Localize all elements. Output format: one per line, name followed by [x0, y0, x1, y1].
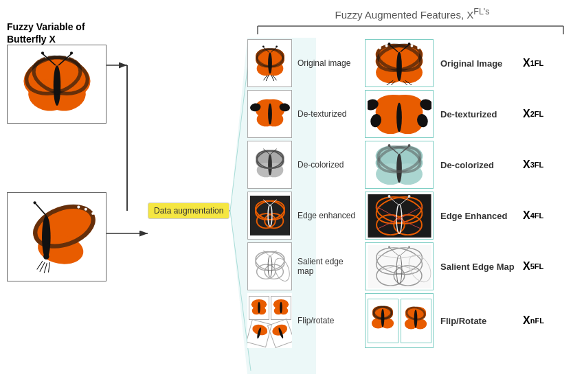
svg-point-117	[410, 44, 413, 47]
svg-point-64	[268, 104, 272, 125]
svg-point-169	[408, 246, 410, 248]
label-decolorized: De-colorized	[297, 141, 359, 189]
butterfly-side-svg	[12, 198, 102, 277]
small-thumb-original	[247, 39, 292, 87]
svg-line-41	[44, 263, 47, 273]
svg-point-112	[373, 49, 376, 52]
large-thumb-flip	[365, 293, 434, 348]
features-area: Original image De-texturized De-colorize…	[247, 36, 557, 348]
svg-point-49	[268, 53, 272, 74]
large-thumb-decolorized	[365, 141, 434, 189]
svg-point-54	[262, 45, 264, 47]
svg-point-100	[280, 302, 282, 314]
svg-line-43	[35, 203, 46, 216]
svg-point-144	[388, 143, 390, 146]
svg-point-71	[268, 154, 272, 176]
svg-point-35	[91, 211, 94, 214]
small-thumb-decolorized	[247, 141, 292, 189]
large-flip-mini-2	[401, 299, 431, 343]
top-title-sup: FL's	[473, 7, 489, 16]
label-edge-enhanced: Edge enhanced	[297, 192, 359, 240]
large-thumb-detexturized	[365, 90, 434, 138]
data-aug-box: Data augmentation	[148, 203, 229, 219]
right-labels-col: Original Image De-texturized De-colorize…	[440, 36, 516, 348]
x-notation-n: XnFL	[523, 293, 557, 348]
svg-point-121	[407, 42, 410, 45]
right-label-decolorized: De-colorized	[440, 141, 516, 189]
butterfly-main-box	[7, 45, 106, 124]
svg-point-25	[74, 57, 76, 60]
svg-point-96	[258, 302, 260, 314]
small-thumb-salient	[247, 242, 292, 290]
svg-point-44	[33, 201, 36, 204]
svg-point-63	[265, 112, 283, 126]
svg-point-19	[25, 65, 27, 67]
svg-point-29	[41, 51, 43, 54]
butterfly-side-box	[7, 192, 106, 281]
small-thumbs-col	[247, 36, 292, 348]
svg-point-114	[385, 44, 388, 47]
small-thumb-edge-enhanced	[247, 192, 292, 240]
svg-point-38	[43, 253, 49, 259]
svg-point-21	[37, 57, 40, 60]
svg-point-23	[86, 65, 89, 67]
labels-col: Original image De-texturized De-colorize…	[297, 36, 359, 348]
label-flip: Flip/rotate	[297, 293, 359, 348]
small-thumb-detexturized	[247, 90, 292, 138]
x-notation-5: X5FL	[523, 242, 557, 290]
svg-point-154	[388, 194, 390, 197]
svg-point-116	[417, 46, 420, 49]
large-flip-mini-1	[368, 299, 398, 343]
x-notation-2: X2FL	[523, 90, 557, 138]
svg-point-36	[84, 207, 87, 210]
svg-point-20	[30, 60, 33, 62]
svg-point-113	[378, 46, 381, 49]
small-thumb-flip	[247, 293, 292, 348]
svg-point-16	[53, 65, 60, 106]
svg-point-37	[77, 205, 80, 208]
svg-point-145	[407, 143, 410, 146]
svg-point-155	[407, 194, 410, 197]
butterfly-main-svg	[12, 48, 102, 120]
x-notation-3: X3FL	[523, 141, 557, 189]
right-label-salient: Salient Edge Map	[440, 242, 516, 290]
svg-point-130	[396, 102, 402, 132]
large-thumb-salient	[365, 242, 434, 290]
x-notations-col: X1FL X2FL X3FL X4FL X5FL XnFL	[523, 36, 557, 348]
svg-point-115	[422, 49, 425, 52]
label-salient: Salient edge map	[297, 242, 359, 290]
right-label-edge-enhanced: Edge Enhanced	[440, 192, 516, 240]
main-container: { "title": "Fuzzy Augmented Features dia…	[0, 0, 584, 392]
large-thumbs-col	[365, 36, 434, 348]
top-title-text: Fuzzy Augmented Features, X	[335, 9, 473, 21]
svg-point-30	[69, 51, 72, 54]
left-title: Fuzzy Variable of Butterfly X	[7, 21, 103, 45]
label-original: Original image	[297, 39, 359, 87]
large-thumb-original	[365, 39, 434, 87]
x-notation-4: X4FL	[523, 192, 557, 240]
right-label-detexturized: De-texturized	[440, 90, 516, 138]
large-thumb-edge-enhanced	[365, 192, 434, 240]
right-label-flip: Flip/Rotate	[440, 293, 516, 348]
svg-point-120	[388, 42, 390, 45]
svg-line-42	[48, 262, 49, 273]
label-detexturized: De-texturized	[297, 90, 359, 138]
svg-point-24	[80, 60, 83, 62]
svg-point-55	[276, 45, 278, 47]
top-title: Fuzzy Augmented Features, XFL's	[254, 7, 570, 21]
svg-point-168	[388, 246, 390, 248]
svg-point-139	[396, 153, 402, 183]
svg-point-33	[42, 216, 51, 259]
svg-point-109	[396, 51, 402, 81]
x-notation-1: X1FL	[523, 39, 557, 87]
right-label-original: Original Image	[440, 39, 516, 87]
svg-rect-84	[250, 246, 290, 286]
